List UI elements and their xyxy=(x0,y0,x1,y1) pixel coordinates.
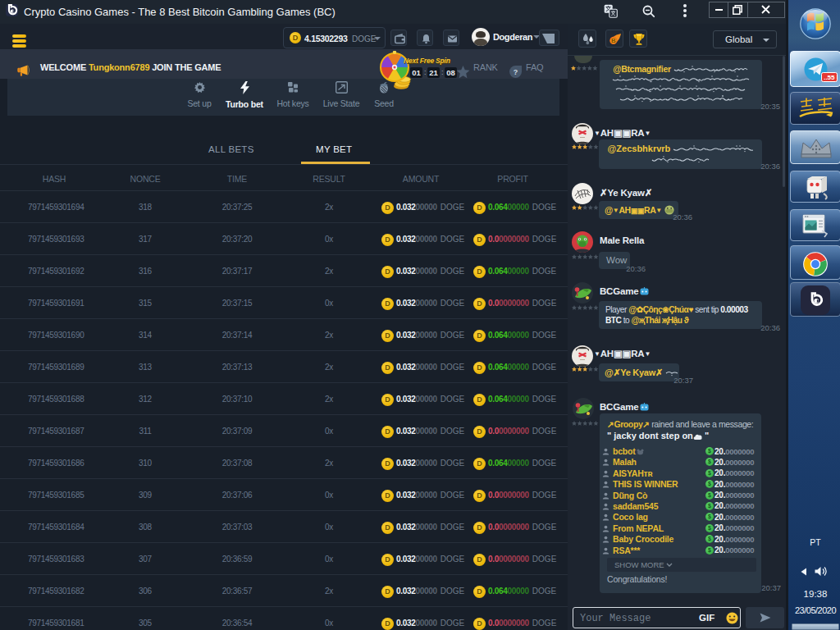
svg-text:?: ? xyxy=(514,68,518,76)
svg-text:B: B xyxy=(611,37,616,44)
